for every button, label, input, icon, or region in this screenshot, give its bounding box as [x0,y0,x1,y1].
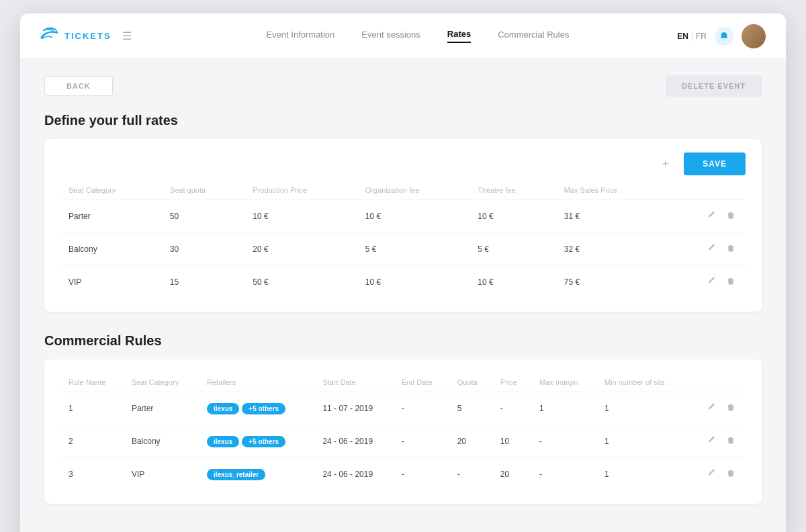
commercial-rules-section: Commercial Rules Rule Name Seat Category… [44,333,762,504]
com-price: 20 [492,458,531,491]
com-start-date: 24 - 06 - 2019 [314,458,393,491]
delete-rate-button[interactable] [724,275,737,289]
rate-seat-quota: 30 [162,233,245,266]
commercial-card: Rule Name Seat Category Retailers Start … [44,359,762,504]
com-min-sits: 1 [596,392,687,425]
col-retailers: Retailers [199,373,314,392]
back-button[interactable]: BACK [44,76,113,96]
rates-section: Define your full rates + SAVE Seat Categ… [44,113,762,312]
delete-event-button[interactable]: DELETE EVENT [666,75,762,97]
logo-area: TICKETS ☰ [40,27,132,46]
com-max-margin: 1 [531,392,596,425]
rate-theatre-fee: 10 € [469,200,555,233]
nav-commercial-rules[interactable]: Commercial Rules [498,30,569,42]
header-right: EN | FR [677,24,766,48]
col-end-date: End Date [394,373,449,392]
lang-separator: | [691,32,693,41]
rate-max-sales-price: 75 € [556,266,668,299]
rate-production-price: 20 € [244,233,357,266]
save-rates-button[interactable]: SAVE [684,152,746,175]
col-com-seat-category: Seat Category [124,373,199,392]
nav-rates[interactable]: Rates [447,29,471,43]
main-nav: Event Information Event sessions Rates C… [159,29,678,43]
user-avatar[interactable] [742,24,766,48]
delete-rate-button[interactable] [724,242,737,256]
table-row: Parter 50 10 € 10 € 10 € 31 € [60,200,746,233]
edit-rate-button[interactable] [705,210,719,223]
rate-seat-category: Parter [60,200,162,233]
table-row: 2 Balcony ilexus+5 others 24 - 06 - 2019… [60,425,746,458]
rate-organization-fee: 5 € [357,233,469,266]
com-price: - [492,392,531,425]
col-max-margin: Max margin [531,373,596,392]
rate-organization-fee: 10 € [357,266,469,299]
com-min-sits: 1 [596,425,687,458]
retailer-tag: +5 others [242,436,285,447]
col-quota: Quota [449,373,492,392]
delete-rate-button[interactable] [724,210,737,223]
nav-event-information[interactable]: Event Information [266,30,334,42]
col-max-sales-price: Max Sales Price [556,181,668,200]
delete-rule-button[interactable] [724,435,737,448]
edit-rule-button[interactable] [705,435,719,448]
retailer-tag: ilexus [207,403,239,414]
edit-rule-button[interactable] [705,402,719,415]
bird-icon [40,27,59,46]
col-price: Price [492,373,531,392]
com-retailers: ilexus+5 others [199,392,314,425]
lang-en[interactable]: EN [677,32,688,41]
hamburger-icon[interactable]: ☰ [122,30,132,42]
delete-rule-button[interactable] [724,402,737,415]
nav-event-sessions[interactable]: Event sessions [361,30,420,42]
com-quota: 5 [449,392,492,425]
com-end-date: - [394,392,449,425]
com-price: 10 [492,425,531,458]
edit-rate-button[interactable] [705,275,719,289]
app-window: TICKETS ☰ Event Information Event sessio… [20,13,786,532]
rates-header-row: Seat Category Seat quota Production Pric… [60,181,746,200]
svg-point-0 [56,30,58,32]
edit-rate-button[interactable] [705,242,719,256]
rate-actions [667,266,746,299]
main-content: BACK DELETE EVENT Define your full rates… [20,59,786,532]
retailer-tag: +5 others [242,403,285,414]
col-actions [667,181,746,200]
table-row: 3 VIP ilexus_retailer 24 - 06 - 2019 - -… [60,458,746,491]
rate-actions [667,233,746,266]
rate-production-price: 10 € [244,200,357,233]
rate-production-price: 50 € [244,266,357,299]
add-rate-button[interactable]: + [658,156,674,173]
rates-section-title: Define your full rates [44,113,762,128]
col-theatre-fee: Theatre fee [469,181,555,200]
com-rule-name: 1 [60,392,124,425]
col-rule-name: Rule Name [60,373,124,392]
commercial-header-row: Rule Name Seat Category Retailers Start … [60,373,746,392]
com-end-date: - [394,425,449,458]
avatar-image [742,24,766,48]
rate-actions [667,200,746,233]
com-seat-category: Balcony [124,425,199,458]
notification-bell[interactable] [715,27,733,46]
rate-max-sales-price: 32 € [556,233,668,266]
com-min-sits: 1 [596,458,687,491]
commercial-section-title: Commercial Rules [44,333,762,349]
edit-rule-button[interactable] [705,468,719,481]
rate-seat-category: Balcony [60,233,162,266]
com-seat-category: Parter [124,392,199,425]
rates-card: + SAVE Seat Category Seat quota Producti… [44,139,762,312]
header: TICKETS ☰ Event Information Event sessio… [20,13,786,59]
delete-rule-button[interactable] [724,468,737,481]
com-quota: - [449,458,492,491]
rate-seat-category: VIP [60,266,162,299]
language-switcher: EN | FR [677,32,707,41]
com-actions [687,392,746,425]
logo-label: TICKETS [64,31,111,41]
com-retailers: ilexus+5 others [199,425,314,458]
com-actions [687,458,746,491]
rates-table: Seat Category Seat quota Production Pric… [60,181,746,298]
lang-fr[interactable]: FR [696,32,707,41]
rate-max-sales-price: 31 € [556,200,668,233]
rate-theatre-fee: 5 € [469,233,555,266]
com-end-date: - [394,458,449,491]
com-rule-name: 3 [60,458,124,491]
